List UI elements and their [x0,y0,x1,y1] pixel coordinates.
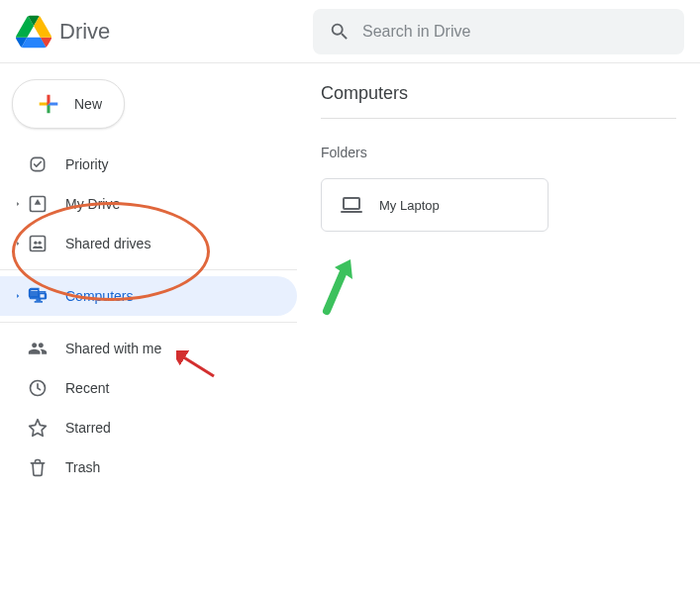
sidebar-item-my-drive[interactable]: My Drive [0,184,297,224]
expand-icon[interactable] [12,199,24,209]
laptop-icon [340,193,363,217]
sidebar: New Priority My Drive [0,63,297,594]
trash-icon [28,457,48,477]
divider [0,322,297,323]
search-input[interactable] [362,23,668,41]
my-drive-icon [28,194,48,214]
sidebar-item-label: Shared with me [65,341,161,356]
computers-icon [28,286,48,306]
svg-rect-2 [31,237,46,251]
expand-icon[interactable] [12,239,24,248]
sidebar-item-recent[interactable]: Recent [0,368,297,408]
logo-area[interactable]: Drive [16,14,313,50]
new-button[interactable]: New [12,79,125,129]
sidebar-item-shared-with-me[interactable]: Shared with me [0,329,297,368]
sidebar-item-label: Priority [65,156,109,172]
app-name: Drive [59,19,110,45]
shared-with-me-icon [28,339,48,358]
shared-drives-icon [28,234,48,253]
folder-grid: My Laptop [321,178,676,232]
sidebar-item-label: Recent [65,380,109,396]
expand-icon[interactable] [12,291,24,301]
page-title: Computers [321,83,676,119]
priority-icon [28,154,48,174]
svg-point-3 [34,242,37,245]
annotation-green-arrow [307,251,356,321]
sidebar-item-label: Starred [65,420,111,436]
sidebar-item-shared-drives[interactable]: Shared drives [0,224,297,263]
sidebar-item-label: Shared drives [65,236,150,251]
search-icon [329,21,350,43]
search-bar[interactable] [313,9,684,54]
recent-icon [28,378,48,398]
header: Drive [0,0,700,63]
section-label: Folders [321,145,676,160]
main-content: Computers Folders My Laptop [297,63,700,594]
new-button-label: New [74,96,102,112]
sidebar-item-trash[interactable]: Trash [0,447,297,487]
sidebar-item-computers[interactable]: Computers [0,276,297,316]
folder-label: My Laptop [379,198,440,213]
svg-rect-9 [344,198,359,209]
sidebar-item-starred[interactable]: Starred [0,408,297,447]
drive-logo-icon [16,14,51,50]
sidebar-item-priority[interactable]: Priority [0,145,297,184]
sidebar-item-label: Computers [65,288,133,304]
sidebar-item-label: My Drive [65,196,120,212]
svg-point-4 [38,242,41,245]
starred-icon [28,418,48,438]
divider [0,269,297,270]
folder-card-my-laptop[interactable]: My Laptop [321,178,549,232]
plus-icon [35,90,62,118]
sidebar-item-label: Trash [65,459,100,475]
